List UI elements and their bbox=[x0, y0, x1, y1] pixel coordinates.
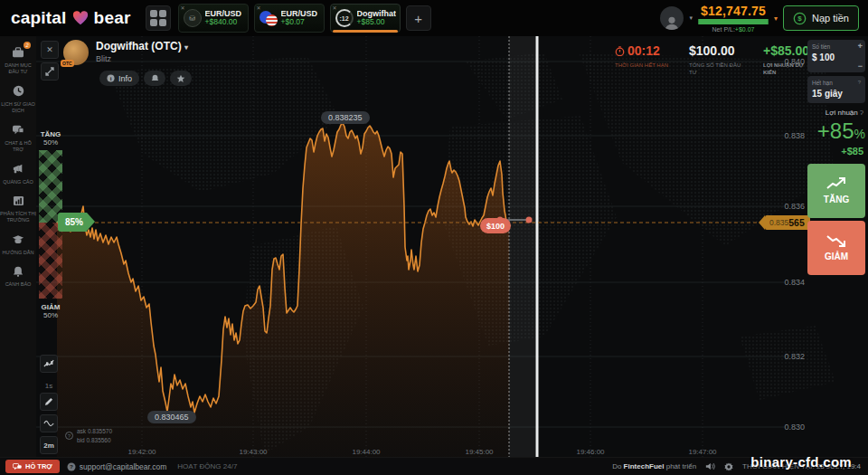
low-price-label: 0.830465 bbox=[147, 411, 196, 423]
x-axis-tick: 19:44:00 bbox=[352, 448, 380, 456]
bar-chart-icon bbox=[13, 194, 24, 208]
sidebar-item-history[interactable]: LỊCH SỬ GIAO DỊCH bbox=[0, 84, 36, 115]
asset-caret-icon[interactable]: ▾ bbox=[184, 43, 188, 52]
bell-icon bbox=[13, 264, 24, 279]
current-price-tag: 0.835565 bbox=[765, 215, 810, 230]
close-tab-icon[interactable]: ✕ bbox=[257, 5, 261, 11]
support-button[interactable]: HỖ TRỢ bbox=[5, 460, 60, 473]
sentiment-down-chevrons bbox=[39, 223, 62, 299]
alerts-button[interactable] bbox=[144, 71, 165, 86]
avatar[interactable] bbox=[660, 6, 684, 30]
trend-up-icon bbox=[826, 177, 846, 190]
balance-caret-icon[interactable]: ▾ bbox=[774, 14, 778, 23]
sidebar-item-promotions[interactable]: QUẢNG CÁO bbox=[0, 162, 36, 185]
favorite-button[interactable] bbox=[170, 71, 192, 86]
trade-panel: Số tiền? $ 100 + − Hết hạn? 15 giây Lợi … bbox=[807, 40, 865, 278]
trading-app: capital bear ✕ ⛁ EUR/USD +$840.00 ✕ EUR/… bbox=[0, 0, 868, 475]
sidebar-item-chat-support[interactable]: CHAT & HỖ TRỢ bbox=[0, 123, 36, 154]
amount-box[interactable]: Số tiền? $ 100 + − bbox=[807, 40, 865, 72]
sidebar-item-alerts[interactable]: CẢNH BÁO bbox=[0, 264, 36, 288]
logo-bear: bear bbox=[94, 8, 131, 28]
amount-value[interactable]: $ 100 bbox=[812, 52, 861, 62]
brand-logo[interactable]: capital bear bbox=[0, 8, 142, 28]
sidebar-item-guides[interactable]: HƯỚNG DẪN bbox=[0, 233, 36, 256]
pencil-icon bbox=[44, 397, 53, 406]
y-axis-tick: 0.838 bbox=[784, 131, 805, 140]
eu-us-flags-icon bbox=[259, 9, 278, 27]
expiry-value[interactable]: 15 giây bbox=[812, 89, 861, 99]
close-tab-icon[interactable]: ✕ bbox=[333, 5, 337, 11]
payout-percent: +85% bbox=[807, 120, 865, 142]
powered-by[interactable]: Do FintechFuel phát triển bbox=[612, 462, 696, 470]
info-button[interactable]: i Info bbox=[99, 71, 139, 86]
close-chart-button[interactable]: ✕ bbox=[41, 41, 59, 59]
svg-text:i: i bbox=[110, 75, 112, 81]
logo-capital: capital bbox=[11, 8, 67, 28]
megaphone-icon bbox=[12, 162, 24, 176]
sidebar: 2 DANH MỤC ĐẦU TƯ LỊCH SỬ GIAO DỊCH CHAT… bbox=[0, 36, 36, 457]
support-email[interactable]: ? support@capitalbear.com bbox=[67, 462, 167, 471]
asset-grid-button[interactable] bbox=[146, 5, 171, 31]
draw-tools-button[interactable] bbox=[40, 393, 58, 411]
add-tab-button[interactable]: + bbox=[406, 5, 431, 31]
asset-title: Dogwifhat (OTC) bbox=[96, 40, 182, 52]
expand-icon bbox=[45, 67, 54, 76]
clock-icon bbox=[13, 84, 24, 99]
close-icon: ✕ bbox=[46, 45, 53, 54]
invested-value: $100.00 bbox=[689, 43, 743, 58]
svg-text:?: ? bbox=[70, 463, 73, 470]
otc-badge: OTC bbox=[61, 60, 74, 67]
amount-label: Số tiền bbox=[812, 43, 830, 50]
put-down-button[interactable]: GIẢM bbox=[807, 221, 865, 275]
pair-icon: ⛁ bbox=[184, 9, 202, 27]
tab-pnl: +$85.00 bbox=[357, 18, 396, 27]
asset-subtitle: Blitz bbox=[96, 54, 188, 63]
ask-value: ask 0.835570 bbox=[77, 428, 112, 434]
resolution-small-label[interactable]: 1s bbox=[40, 376, 58, 394]
amount-decrease-button[interactable]: − bbox=[858, 62, 863, 71]
call-up-button[interactable]: TĂNG bbox=[807, 164, 865, 218]
sentiment-down-label: GIẢM bbox=[36, 303, 65, 311]
countdown-label: THỜI GIAN HẾT HẠN bbox=[615, 62, 669, 69]
high-price-label: 0.838235 bbox=[321, 111, 370, 124]
help-icon[interactable]: ? bbox=[65, 432, 73, 440]
expiry-box[interactable]: Hết hạn? 15 giây bbox=[807, 76, 865, 103]
balance-value: $12,747.75 bbox=[701, 5, 766, 17]
asset-header[interactable]: OTC Dogwifhat (OTC) ▾ Blitz bbox=[63, 40, 188, 65]
indicators-button[interactable] bbox=[40, 414, 58, 432]
sidebar-item-market-analysis[interactable]: PHÂN TÍCH THỊ TRƯỜNG bbox=[0, 194, 36, 224]
expand-chart-button[interactable] bbox=[41, 62, 59, 81]
sentiment-up-pct: 50% bbox=[36, 138, 65, 147]
net-pl: Net P/L:+$0.07 bbox=[712, 26, 755, 33]
tab-eurusd-2[interactable]: ✕ EUR/USD +$0.07 bbox=[254, 4, 325, 33]
grid-icon bbox=[150, 10, 166, 26]
sentiment-up-chevrons bbox=[39, 150, 62, 223]
y-axis-tick: 0.836 bbox=[784, 202, 805, 211]
indicator-wave-icon bbox=[43, 420, 54, 427]
balance-block[interactable]: $12,747.75 Net P/L:+$0.07 bbox=[698, 5, 769, 33]
heart-logo-icon bbox=[72, 10, 89, 26]
account-caret-icon[interactable]: ▾ bbox=[689, 14, 693, 22]
close-tab-icon[interactable]: ✕ bbox=[181, 5, 185, 11]
tab-eurusd-1[interactable]: ✕ ⛁ EUR/USD +$840.00 bbox=[178, 4, 249, 33]
speaker-icon[interactable] bbox=[705, 462, 715, 470]
bell-icon bbox=[151, 74, 159, 82]
x-axis-tick: 19:47:00 bbox=[688, 448, 716, 456]
tab-dogwifhat-active[interactable]: ✕ :12 Dogwifhat (O... +$85.00 bbox=[330, 4, 401, 33]
tab-pnl: +$0.07 bbox=[281, 18, 318, 27]
account-area: ▾ $12,747.75 Net P/L:+$0.07 ▾ $ Nạp tiền bbox=[660, 5, 868, 33]
deposit-dollar-icon: $ bbox=[793, 12, 807, 25]
chart-area[interactable]: ✕ OTC Dogwifhat (OTC) ▾ Blitz i Info TĂN… bbox=[36, 36, 868, 457]
deposit-button[interactable]: $ Nạp tiền bbox=[783, 5, 859, 31]
countdown-ring-icon: :12 bbox=[335, 9, 354, 27]
gear-icon[interactable] bbox=[724, 462, 733, 471]
sidebar-item-portfolio[interactable]: 2 DANH MỤC ĐẦU TƯ bbox=[0, 45, 36, 76]
asset-avatar: OTC bbox=[63, 40, 89, 65]
payout-label: Lợi nhuận ʔ bbox=[809, 109, 863, 117]
timeframe-button[interactable]: 2m bbox=[40, 436, 58, 454]
price-series bbox=[57, 123, 509, 457]
amount-increase-button[interactable]: + bbox=[858, 42, 863, 51]
chart-type-button[interactable] bbox=[40, 355, 58, 373]
x-axis-tick: 19:42:00 bbox=[127, 448, 156, 456]
invested-label: TỔNG SỐ TIỀN ĐẦU TƯ bbox=[689, 62, 743, 77]
